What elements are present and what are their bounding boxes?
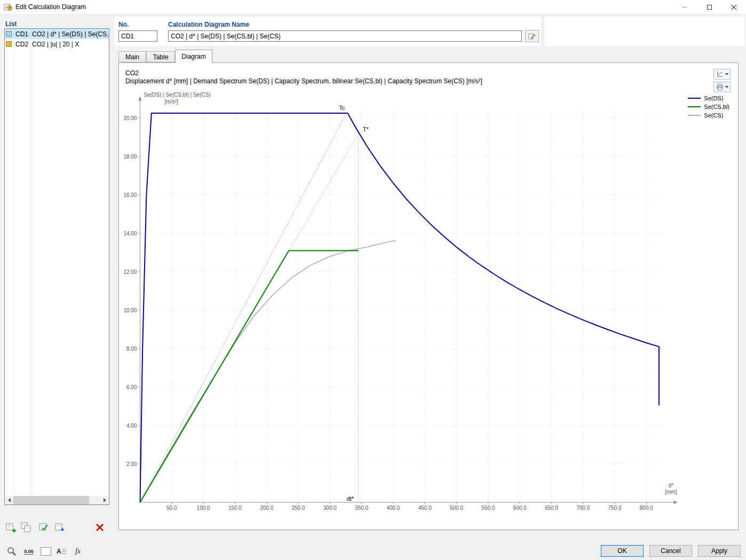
svg-text:750.0: 750.0 [608,505,621,511]
edit-name-button[interactable] [525,30,539,42]
tab-diagram[interactable]: Diagram [175,50,212,63]
chart-settings-button[interactable] [713,69,731,80]
svg-text:T*: T* [363,126,369,132]
diagram-tab-panel: CO2 Displacement d* [mm] | Demand Spectr… [118,62,739,530]
list-panel-header: List [5,20,17,28]
series-Se(CS,bl) [140,250,359,502]
series-Se(DS) [140,113,660,502]
chevron-down-icon [725,73,728,75]
svg-text:6.00: 6.00 [126,384,137,390]
close-icon [731,4,737,10]
minimize-icon [682,7,687,7]
name-input[interactable] [168,30,522,42]
printer-icon [716,83,724,91]
legend-line-swatch [688,115,701,116]
svg-text:650.0: 650.0 [545,505,558,511]
legend-item: Se(CS) [688,111,729,120]
app-icon [4,3,12,11]
svg-text:50.0: 50.0 [166,505,177,511]
list-item[interactable]: CD2 CO2 | |u| | 20 | X [5,39,109,49]
edit-pencil-icon [528,32,536,41]
font-settings-button[interactable]: A [54,546,68,557]
delete-item-button[interactable] [94,522,106,533]
svg-text:150.0: 150.0 [228,505,242,511]
minimize-button[interactable] [672,0,697,14]
print-button[interactable] [713,82,731,92]
list-item-id: CD1 [15,30,31,38]
function-button[interactable]: fx [72,545,84,558]
tab-table[interactable]: Table [146,51,175,62]
svg-text:Se(DS) | Se(CS,bl) | Se(CS): Se(DS) | Se(CS,bl) | Se(CS) [144,92,211,98]
check-items-button[interactable] [38,522,50,533]
copy-item-icon [21,522,31,533]
maximize-button[interactable] [697,0,721,14]
series-Tc-period-line [140,113,347,502]
svg-text:2.00: 2.00 [126,461,137,467]
add-item-icon [6,522,17,533]
display-color-button[interactable] [39,546,52,557]
chevron-down-icon [725,86,728,88]
list-item[interactable]: CD1 CO2 | d* | Se(DS) | Se(CS,bl) | [5,29,109,39]
svg-text:450.0: 450.0 [418,505,432,511]
close-button[interactable] [721,0,746,14]
no-label: No. [118,21,129,28]
svg-text:100.0: 100.0 [197,505,210,511]
svg-text:[mm]: [mm] [665,489,677,495]
font-settings-icon: A [56,547,67,556]
legend-label: Se(CS) [704,112,723,119]
list-item-desc: CO2 | |u| | 20 | X [32,41,79,48]
add-item-button[interactable] [5,522,17,533]
svg-text:350.0: 350.0 [355,505,368,511]
list-column-separator [30,29,31,495]
list-item-id: CD2 [15,41,31,48]
list-horizontal-scrollbar[interactable] [5,496,109,504]
spectrum-chart: 50.0100.0150.0200.0250.0300.0350.0400.04… [119,63,738,530]
svg-text:dt*: dt* [347,495,354,502]
color-box-icon [41,547,51,556]
calculation-diagram-list: CD1 CO2 | d* | Se(DS) | Se(CS,bl) | CD2 … [4,28,109,505]
scroll-right-button[interactable] [100,496,109,504]
window-titlebar: Edit Calculation Diagram [0,0,746,14]
legend-label: Se(CS,bl) [704,104,729,110]
edit-items-button[interactable] [54,522,66,533]
svg-text:700.0: 700.0 [576,505,590,511]
svg-text:400.0: 400.0 [386,505,400,511]
svg-text:8.00: 8.00 [126,346,137,352]
svg-text:600.0: 600.0 [513,505,527,511]
svg-text:10.00: 10.00 [123,307,137,313]
decimal-places-icon: 0.00 [24,549,34,555]
tab-main[interactable]: Main [118,51,146,62]
scroll-left-icon [8,498,11,502]
ok-button[interactable]: OK [601,545,644,557]
copy-item-button[interactable] [20,522,32,533]
apply-button[interactable]: Apply [698,545,741,557]
series-color-swatch [6,31,12,37]
legend-item: Se(DS) [688,94,729,102]
decimal-places-button[interactable]: 0.00 [21,546,36,557]
cancel-button[interactable]: Cancel [649,545,692,557]
magnifier-icon [6,546,17,557]
window-title: Edit Calculation Diagram [15,3,86,11]
legend-label: Se(DS) [704,95,723,101]
scroll-right-icon [104,498,106,502]
svg-text:14.00: 14.00 [123,231,137,236]
svg-text:A: A [57,548,61,555]
svg-text:[m/s²]: [m/s²] [165,99,178,105]
svg-text:4.00: 4.00 [126,423,137,429]
no-input[interactable] [118,30,157,42]
list-item-desc: CO2 | d* | Se(DS) | Se(CS,bl) | [32,30,109,38]
name-label: Calculation Diagram Name [168,21,249,28]
legend-line-swatch [688,106,701,107]
svg-text:12.00: 12.00 [123,269,137,275]
delete-item-icon [96,523,104,532]
maximize-icon [707,5,712,10]
svg-text:800.0: 800.0 [640,505,653,511]
check-items-icon [39,522,50,533]
scrollbar-thumb[interactable] [13,496,89,504]
scrollbar-track[interactable] [89,496,100,504]
function-icon: fx [75,547,81,556]
svg-text:200.0: 200.0 [260,505,273,511]
find-button[interactable] [5,545,18,558]
scroll-left-button[interactable] [5,496,13,504]
svg-text:20.00: 20.00 [123,115,137,121]
